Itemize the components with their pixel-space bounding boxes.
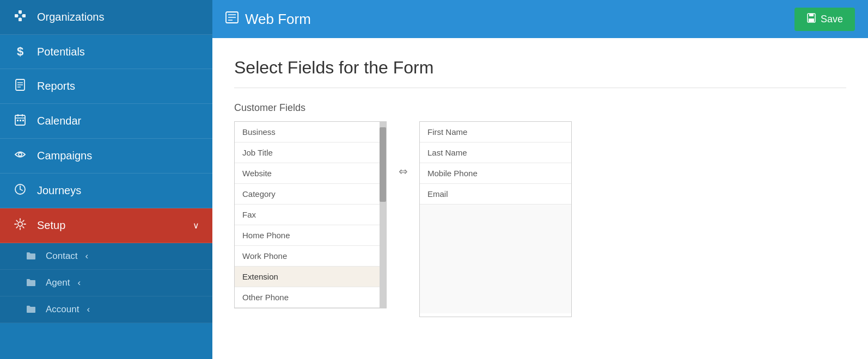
campaigns-icon: [13, 148, 27, 163]
svg-rect-17: [20, 120, 21, 121]
contact-chevron: ‹: [85, 251, 89, 262]
svg-rect-1: [19, 10, 22, 14]
sidebar-sub-label-contact: Contact: [46, 251, 78, 262]
journeys-icon: [13, 183, 27, 198]
svg-rect-27: [809, 14, 814, 16]
agent-chevron: ‹: [77, 277, 81, 288]
selected-fields-empty-area: [420, 205, 571, 313]
calendar-icon: [13, 114, 27, 128]
sidebar-sub-label-account: Account: [46, 304, 79, 315]
selected-field-email[interactable]: Email: [420, 184, 571, 205]
sidebar-sub-label-agent: Agent: [46, 277, 70, 288]
contact-folder-icon: [24, 251, 38, 262]
sidebar-item-organizations[interactable]: Organizations: [0, 0, 212, 35]
sidebar-label-reports: Reports: [37, 80, 75, 92]
potentials-icon: $: [13, 45, 27, 59]
svg-rect-16: [17, 120, 19, 121]
fields-container: Business Job Title Website Category Fax …: [234, 121, 846, 317]
content-area: Select Fields for the Form Customer Fiel…: [212, 38, 868, 359]
main-area: Web Form Save Select Fields for the Form…: [212, 0, 868, 359]
sidebar-label-calendar: Calendar: [37, 115, 81, 127]
save-button[interactable]: Save: [794, 8, 855, 31]
sidebar-item-journeys[interactable]: Journeys: [0, 174, 212, 208]
sidebar-item-calendar[interactable]: Calendar: [0, 104, 212, 139]
transfer-icon: ⇔: [399, 165, 408, 178]
sidebar-label-setup: Setup: [37, 219, 65, 232]
field-extension[interactable]: Extension: [235, 267, 386, 287]
sidebar-label-campaigns: Campaigns: [37, 150, 92, 162]
svg-rect-0: [15, 14, 18, 17]
field-other-phone[interactable]: Other Phone: [235, 287, 386, 308]
header-bar: Web Form Save: [212, 0, 868, 38]
form-icon: [225, 11, 239, 27]
account-chevron: ‹: [87, 304, 90, 315]
field-fax[interactable]: Fax: [235, 205, 386, 225]
sidebar-item-potentials[interactable]: $ Potentials: [0, 35, 212, 69]
account-folder-icon: [24, 305, 38, 315]
section-label: Customer Fields: [234, 102, 846, 114]
svg-rect-18: [22, 120, 24, 121]
page-header-title: Web Form: [225, 11, 311, 28]
sidebar-label-journeys: Journeys: [37, 184, 81, 197]
sidebar-sub-item-account[interactable]: Account ‹: [0, 296, 212, 323]
sidebar: Organizations $ Potentials Reports Calen…: [0, 0, 212, 359]
selected-field-mobile-phone[interactable]: Mobile Phone: [420, 163, 571, 184]
sidebar-label-organizations: Organizations: [37, 11, 104, 23]
scroll-indicator[interactable]: [380, 122, 386, 308]
sidebar-item-campaigns[interactable]: Campaigns: [0, 139, 212, 174]
field-website[interactable]: Website: [235, 163, 386, 184]
available-fields-list: Business Job Title Website Category Fax …: [234, 121, 387, 308]
field-work-phone[interactable]: Work Phone: [235, 246, 386, 267]
svg-rect-3: [22, 14, 26, 17]
svg-point-21: [18, 222, 22, 226]
sidebar-label-potentials: Potentials: [37, 46, 85, 58]
sidebar-item-reports[interactable]: Reports: [0, 69, 212, 104]
sidebar-sub-item-contact[interactable]: Contact ‹: [0, 243, 212, 270]
agent-folder-icon: [24, 278, 38, 288]
reports-icon: [13, 79, 27, 94]
organizations-icon: [13, 10, 27, 24]
svg-rect-2: [19, 18, 22, 21]
transfer-button[interactable]: ⇔: [387, 121, 419, 178]
header-title-text: Web Form: [245, 11, 311, 28]
sidebar-sub-item-agent[interactable]: Agent ‹: [0, 270, 212, 296]
field-business[interactable]: Business: [235, 122, 386, 143]
save-label: Save: [821, 14, 843, 25]
save-icon: [806, 13, 816, 26]
field-category[interactable]: Category: [235, 184, 386, 205]
scroll-thumb: [380, 127, 386, 202]
setup-chevron: ∨: [193, 220, 199, 231]
selected-field-last-name[interactable]: Last Name: [420, 143, 571, 163]
field-job-title[interactable]: Job Title: [235, 143, 386, 163]
sidebar-item-setup[interactable]: Setup ∨: [0, 208, 212, 243]
page-title: Select Fields for the Form: [234, 58, 846, 88]
selected-fields-list: First Name Last Name Mobile Phone Email: [419, 121, 572, 317]
setup-icon: [13, 218, 27, 233]
field-home-phone[interactable]: Home Phone: [235, 225, 386, 246]
svg-point-19: [19, 153, 22, 156]
selected-field-first-name[interactable]: First Name: [420, 122, 571, 143]
svg-rect-28: [809, 18, 814, 22]
